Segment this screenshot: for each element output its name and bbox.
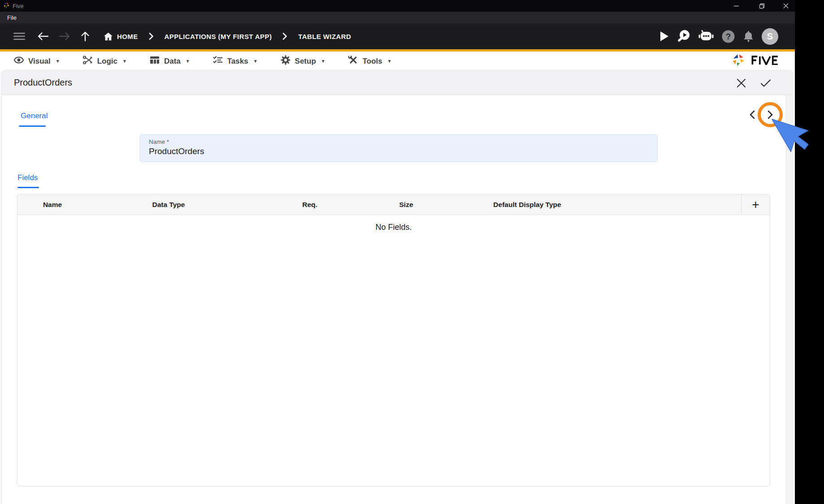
gear-icon [280, 55, 291, 68]
column-header-name: Name [17, 194, 87, 215]
menu-setup[interactable]: Setup ▼ [280, 55, 325, 68]
flow-icon [82, 55, 93, 68]
chatbot-icon[interactable] [698, 27, 714, 45]
caret-down-icon: ▼ [321, 59, 325, 64]
cancel-button[interactable] [734, 76, 748, 90]
back-button[interactable] [37, 27, 49, 45]
five-logo-icon [732, 53, 746, 69]
menu-visual[interactable]: Visual ▼ [13, 55, 60, 68]
notifications-bell-icon[interactable] [742, 27, 755, 45]
breadcrumb-home[interactable]: HOME [117, 33, 138, 40]
save-button[interactable] [759, 76, 773, 90]
menu-tools-label: Tools [363, 57, 382, 66]
toolbar-right-icons: ? S [659, 23, 778, 49]
main-toolbar: HOME APPLICATIONS (MY FIRST APP) TABLE W… [0, 23, 795, 49]
tab-fields-underline [17, 187, 39, 188]
caret-down-icon: ▼ [387, 59, 392, 64]
name-field-value: ProductOrders [149, 146, 657, 156]
chevron-right-icon [282, 27, 287, 45]
user-avatar[interactable]: S [762, 28, 778, 45]
menu-logic-label: Logic [97, 57, 117, 66]
run-icon[interactable] [659, 27, 669, 45]
menu-tools[interactable]: Tools ▼ [348, 55, 392, 68]
title-bar: Five [0, 0, 795, 12]
breadcrumb-table-wizard[interactable]: TABLE WIZARD [298, 33, 351, 40]
forward-button[interactable] [59, 27, 70, 45]
caret-down-icon: ▼ [186, 59, 190, 64]
tools-icon [348, 55, 359, 68]
menu-tasks[interactable]: Tasks ▼ [213, 55, 258, 68]
checklist-icon [213, 55, 223, 68]
menu-bar: File [0, 12, 795, 23]
column-header-default-display-type: Default Display Type [442, 194, 612, 215]
column-header-spacer [612, 194, 741, 215]
restore-button[interactable] [756, 0, 768, 11]
name-field-label: Name * [149, 138, 657, 145]
prev-record-button[interactable] [746, 108, 758, 121]
svg-text:?: ? [726, 32, 731, 41]
breadcrumb-applications[interactable]: APPLICATIONS (MY FIRST APP) [165, 33, 272, 40]
form-header: ProductOrders [2, 71, 793, 95]
caret-down-icon: ▼ [56, 59, 60, 64]
caret-down-icon: ▼ [122, 59, 127, 64]
table-name-input[interactable]: Name * ProductOrders [139, 134, 658, 162]
eye-icon [13, 55, 24, 68]
tab-general-underline [19, 125, 46, 127]
form-body: General Name * ProductOrders Fields Name… [2, 95, 793, 504]
caret-down-icon: ▼ [253, 59, 258, 64]
five-brand-logo [732, 52, 782, 71]
add-field-button[interactable]: + [741, 194, 770, 215]
table-icon [149, 55, 160, 68]
column-header-size: Size [370, 194, 442, 215]
vertical-scrollbar[interactable] [786, 95, 793, 504]
fields-table-header: Name Data Type Req. Size Default Display… [17, 194, 770, 215]
next-record-button[interactable] [764, 108, 776, 121]
form-title: ProductOrders [14, 78, 72, 88]
close-window-button[interactable] [780, 0, 792, 11]
empty-table-message: No Fields. [17, 215, 770, 232]
home-icon[interactable] [104, 27, 113, 45]
menu-tasks-label: Tasks [227, 57, 248, 66]
minimize-button[interactable] [730, 0, 742, 11]
menu-setup-label: Setup [295, 57, 316, 66]
search-preview-icon[interactable] [677, 27, 691, 45]
five-logo-icon [3, 2, 10, 10]
fields-table: Name Data Type Req. Size Default Display… [17, 194, 770, 487]
ribbon-menu: Visual ▼ Logic ▼ Data ▼ [0, 52, 795, 71]
column-header-req: Req. [250, 194, 370, 215]
help-icon[interactable]: ? [721, 27, 735, 45]
app-window: Five File [0, 0, 795, 504]
five-wordmark [749, 56, 782, 67]
file-menu[interactable]: File [4, 13, 19, 22]
hamburger-menu-icon[interactable] [13, 27, 25, 45]
record-form-card: ProductOrders General Name * ProductOrde… [2, 71, 793, 504]
menu-logic[interactable]: Logic ▼ [82, 55, 127, 68]
tab-fields[interactable]: Fields [17, 173, 38, 182]
menu-visual-label: Visual [28, 57, 51, 66]
menu-data[interactable]: Data ▼ [149, 55, 190, 68]
chevron-right-icon [149, 27, 154, 45]
up-button[interactable] [80, 27, 90, 45]
menu-data-label: Data [164, 57, 181, 66]
window-title: Five [13, 3, 24, 9]
tab-general[interactable]: General [21, 112, 48, 121]
column-header-data-type: Data Type [87, 194, 250, 215]
